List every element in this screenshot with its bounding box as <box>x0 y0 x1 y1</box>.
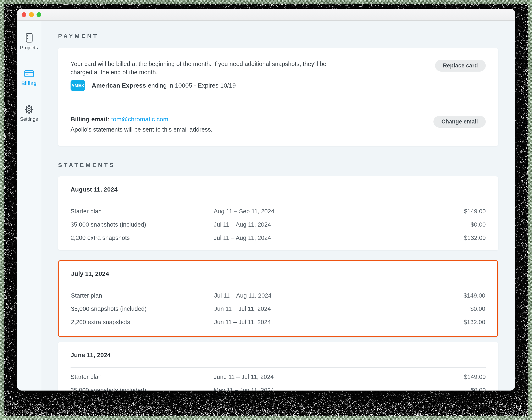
notebook-icon <box>25 33 34 43</box>
statement-rows: Starter planJune 11 – Jul 11, 2024$149.0… <box>71 370 486 390</box>
close-button[interactable] <box>22 12 26 17</box>
statement-item-label: 35,000 snapshots (included) <box>71 221 214 228</box>
statement-amount: $132.00 <box>463 319 485 326</box>
billing-note: Your card will be billed at the beginnin… <box>71 60 338 76</box>
statement-item-label: Starter plan <box>71 208 214 215</box>
credit-card-icon <box>24 69 34 78</box>
billing-email-line: Billing email:tom@chromatic.com <box>71 116 433 123</box>
statement-card-highlighted[interactable]: July 11, 2024Starter planJul 11 – Aug 11… <box>58 260 498 337</box>
divider <box>71 367 486 368</box>
statement-row: 35,000 snapshots (included)Jun 11 – Jul … <box>71 302 485 315</box>
sidebar-item-billing[interactable]: Billing <box>17 69 41 86</box>
statement-row: Starter planJune 11 – Jul 11, 2024$149.0… <box>71 370 486 383</box>
statement-date: August 11, 2024 <box>71 186 486 193</box>
payment-panel: Your card will be billed at the beginnin… <box>58 48 498 146</box>
divider <box>71 202 486 202</box>
sidebar-item-label: Settings <box>20 116 38 122</box>
zoom-button[interactable] <box>37 12 41 17</box>
app-window: ProjectsBillingSettings PAYMENT Your car… <box>17 9 515 390</box>
sidebar-item-label: Billing <box>21 80 37 86</box>
card-info: American Expressending in 10005 - Expire… <box>92 82 236 89</box>
billing-page: PAYMENT Your card will be billed at the … <box>41 21 515 390</box>
statements-section-title: STATEMENTS <box>58 162 498 168</box>
statement-period: Jul 11 – Aug 11, 2024 <box>214 221 471 228</box>
statement-rows: Starter planAug 11 – Sep 11, 2024$149.00… <box>71 205 486 244</box>
billing-email-note: Apollo's statements will be sent to this… <box>71 125 338 134</box>
statement-period: Jun 11 – Jul 11, 2024 <box>214 319 463 326</box>
sidebar: ProjectsBillingSettings <box>17 21 41 390</box>
statement-item-label: Starter plan <box>71 292 214 299</box>
statement-amount: $149.00 <box>464 374 486 380</box>
statement-period: Jul 11 – Aug 11, 2024 <box>214 292 463 299</box>
statement-date: June 11, 2024 <box>71 352 486 359</box>
statements-list: August 11, 2024Starter planAug 11 – Sep … <box>58 176 498 390</box>
replace-card-button[interactable]: Replace card <box>435 60 486 72</box>
statement-row: 2,200 extra snapshotsJun 11 – Jul 11, 20… <box>71 315 485 329</box>
card-brand: American Express <box>92 82 146 89</box>
statement-item-label: 35,000 snapshots (included) <box>71 387 214 391</box>
statement-item-label: 2,200 extra snapshots <box>71 235 214 241</box>
sidebar-item-label: Projects <box>20 45 38 51</box>
minimize-button[interactable] <box>29 12 34 17</box>
statement-row: 35,000 snapshots (included)May 11 – Jun … <box>71 383 486 390</box>
statement-card[interactable]: June 11, 2024Starter planJune 11 – Jul 1… <box>58 342 498 390</box>
statement-row: Starter planJul 11 – Aug 11, 2024$149.00 <box>71 289 485 302</box>
card-details: ending in 10005 - Expires 10/19 <box>148 82 236 89</box>
statement-amount: $149.00 <box>463 292 485 299</box>
statement-item-label: 2,200 extra snapshots <box>71 319 214 326</box>
statement-period: Aug 11 – Sep 11, 2024 <box>214 208 464 215</box>
sidebar-item-projects[interactable]: Projects <box>17 33 41 51</box>
statement-item-label: 35,000 snapshots (included) <box>71 305 214 312</box>
statement-rows: Starter planJul 11 – Aug 11, 2024$149.00… <box>71 289 485 329</box>
billing-email-label: Billing email: <box>71 116 109 123</box>
card-info-section: Your card will be billed at the beginnin… <box>58 48 498 101</box>
statement-row: 2,200 extra snapshotsJul 11 – Aug 11, 20… <box>71 231 486 244</box>
gear-icon <box>24 105 34 114</box>
statement-period: Jul 11 – Aug 11, 2024 <box>214 235 464 241</box>
amex-badge: AMEX <box>71 80 85 91</box>
statement-card[interactable]: August 11, 2024Starter planAug 11 – Sep … <box>58 176 498 250</box>
sidebar-item-settings[interactable]: Settings <box>17 105 41 122</box>
traffic-lights <box>22 12 41 17</box>
statement-date: July 11, 2024 <box>71 270 485 277</box>
statement-period: June 11 – Jul 11, 2024 <box>214 374 464 380</box>
statement-amount: $0.00 <box>470 305 485 312</box>
statement-row: Starter planAug 11 – Sep 11, 2024$149.00 <box>71 205 486 218</box>
card-row: AMEX American Expressending in 10005 - E… <box>71 80 435 91</box>
statement-amount: $149.00 <box>464 208 486 215</box>
window-titlebar <box>17 9 515 21</box>
window-body: ProjectsBillingSettings PAYMENT Your car… <box>17 21 515 390</box>
statement-period: May 11 – Jun 11, 2024 <box>214 387 471 391</box>
billing-email-section: Billing email:tom@chromatic.com Apollo's… <box>58 101 498 146</box>
statement-row: 35,000 snapshots (included)Jul 11 – Aug … <box>71 218 486 231</box>
billing-email-link[interactable]: tom@chromatic.com <box>111 116 168 123</box>
statement-item-label: Starter plan <box>71 374 214 380</box>
statement-amount: $132.00 <box>464 235 486 241</box>
statement-amount: $0.00 <box>471 387 486 391</box>
payment-section-title: PAYMENT <box>58 33 498 39</box>
statement-amount: $0.00 <box>471 221 486 228</box>
divider <box>71 286 485 286</box>
statement-period: Jun 11 – Jul 11, 2024 <box>214 305 470 312</box>
change-email-button[interactable]: Change email <box>433 116 486 128</box>
